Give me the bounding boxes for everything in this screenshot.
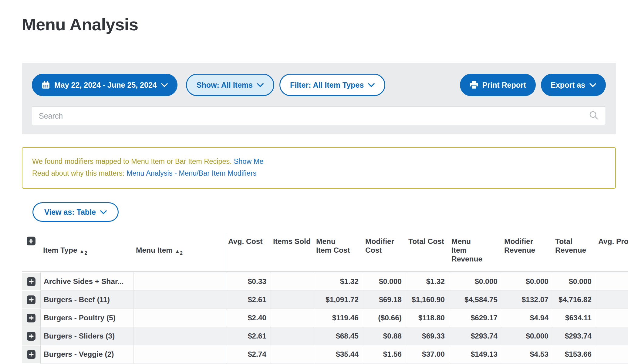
cell-total-revenue: $153.66 — [553, 345, 596, 363]
cell-menu-item — [133, 272, 226, 290]
sort-asc-icon: ▲2 — [80, 248, 87, 254]
cell-modifier-cost: $0.88 — [363, 327, 406, 345]
view-as-button[interactable]: View as: Table — [32, 202, 119, 222]
cell-menu-item-revenue: $293.74 — [449, 327, 502, 345]
row-expand-cell — [22, 290, 41, 308]
cell-total-revenue: $4,716.82 — [553, 290, 596, 308]
cell-menu-item — [133, 345, 226, 363]
cell-avg-pro — [596, 308, 628, 327]
modifiers-article-link[interactable]: Menu Analysis - Menu/Bar Item Modifiers — [127, 169, 256, 177]
cell-total-cost: $1.32 — [406, 272, 449, 290]
cell-total-cost: $118.80 — [406, 308, 449, 327]
search-bar — [32, 106, 606, 125]
cell-menu-item-cost: $35.44 — [314, 345, 363, 363]
cell-total-revenue: $634.11 — [553, 308, 596, 327]
expand-all-button[interactable] — [27, 237, 35, 245]
expand-row-button[interactable] — [27, 332, 35, 341]
column-header-avg-cost[interactable]: Avg. Cost — [226, 234, 271, 271]
cell-total-revenue: $293.74 — [553, 327, 596, 345]
export-as-label: Export as — [551, 81, 585, 89]
cell-menu-item-cost: $1.32 — [314, 272, 363, 290]
show-items-filter-button[interactable]: Show: All Items — [186, 74, 274, 96]
expand-row-button[interactable] — [27, 350, 35, 359]
cell-menu-item-cost: $68.45 — [314, 327, 363, 345]
view-as-label: View as: Table — [44, 208, 96, 217]
calendar-icon — [42, 81, 50, 89]
cell-total-cost: $1,160.90 — [406, 290, 449, 308]
row-expand-cell — [22, 272, 41, 290]
column-header-avg-pro[interactable]: Avg. Pro — [596, 234, 628, 271]
column-header-total-revenue[interactable]: Total Revenue — [553, 234, 596, 271]
table-row: Archive Sides + Shar...$0.33$1.32$0.000$… — [22, 272, 628, 290]
page-title: Menu Analysis — [22, 15, 138, 34]
table-row: Burgers - Sliders (3)$2.61$68.45$0.88$69… — [22, 327, 628, 345]
date-range-button[interactable]: May 22, 2024 - June 25, 2024 — [32, 74, 177, 96]
cell-items-sold — [271, 308, 314, 327]
cell-avg-cost: $0.33 — [226, 272, 271, 290]
column-header-total-cost[interactable]: Total Cost — [406, 234, 449, 271]
cell-modifier-revenue: $0.000 — [502, 272, 553, 290]
cell-menu-item-revenue: $0.000 — [449, 272, 502, 290]
cell-menu-item-cost: $1,091.72 — [314, 290, 363, 308]
cell-item-type: Burgers - Beef (11) — [41, 290, 133, 308]
column-header-modifier-cost[interactable]: Modifier Cost — [363, 234, 406, 271]
chevron-down-icon — [257, 83, 264, 87]
menu-analysis-page: Menu Analysis — [0, 0, 628, 364]
table-row: Burgers - Poultry (5)$2.40$119.46($0.66)… — [22, 308, 628, 327]
cell-modifier-revenue: $132.07 — [502, 290, 553, 308]
column-header-items-sold[interactable]: Items Sold — [271, 234, 314, 271]
cell-total-revenue: $0.000 — [553, 272, 596, 290]
cell-modifier-revenue: $0.000 — [502, 327, 553, 345]
cell-items-sold — [271, 272, 314, 290]
cell-items-sold — [271, 290, 314, 308]
cell-avg-pro — [596, 290, 628, 308]
expand-row-button[interactable] — [27, 295, 35, 304]
column-header-modifier-revenue[interactable]: Modifier Revenue — [502, 234, 553, 271]
column-header-menu-item-cost[interactable]: Menu Item Cost — [314, 234, 363, 271]
cell-avg-pro — [596, 327, 628, 345]
date-range-label: May 22, 2024 - June 25, 2024 — [54, 81, 157, 89]
show-me-link[interactable]: Show Me — [234, 157, 263, 165]
cell-avg-cost: $2.61 — [226, 327, 271, 345]
expand-row-button[interactable] — [27, 314, 35, 322]
menu-analysis-table: Item Type▲2 Menu Item▲2 Avg. Cost Items … — [22, 234, 628, 364]
cell-menu-item — [133, 308, 226, 327]
toolbar-button-row: May 22, 2024 - June 25, 2024 Show: All I… — [32, 74, 606, 96]
alert-line-1-text: We found modifiers mapped to Menu Item o… — [32, 157, 232, 165]
search-input[interactable] — [32, 106, 606, 125]
header-expand-cell — [22, 234, 41, 271]
cell-item-type: Burgers - Poultry (5) — [41, 308, 133, 327]
cell-menu-item-revenue: $149.13 — [449, 345, 502, 363]
item-type-filter-label: Filter: All Item Types — [290, 81, 364, 89]
frozen-column-divider — [226, 234, 226, 272]
column-header-item-type[interactable]: Item Type▲2 — [41, 234, 133, 271]
row-expand-cell — [22, 345, 41, 363]
expand-row-button[interactable] — [27, 277, 35, 286]
table-row: Burgers - Veggie (2)$2.74$35.44$1.56$37.… — [22, 345, 628, 363]
cell-modifier-cost: $1.56 — [363, 345, 406, 363]
show-items-label: Show: All Items — [197, 81, 253, 89]
print-report-label: Print Report — [482, 81, 526, 89]
cell-modifier-revenue: $4.53 — [502, 345, 553, 363]
item-type-filter-button[interactable]: Filter: All Item Types — [279, 74, 385, 96]
cell-item-type: Burgers - Veggie (2) — [41, 345, 133, 363]
alert-line-2-text: Read about why this matters: — [32, 169, 124, 177]
print-report-button[interactable]: Print Report — [460, 74, 536, 96]
cell-menu-item-revenue: $4,584.75 — [449, 290, 502, 308]
chevron-down-icon — [368, 83, 375, 87]
chevron-down-icon — [589, 83, 596, 87]
cell-menu-item-revenue: $629.17 — [449, 308, 502, 327]
search-icon — [589, 110, 599, 121]
column-header-menu-item[interactable]: Menu Item▲2 — [133, 234, 226, 271]
column-header-menu-item-revenue[interactable]: Menu Item Revenue — [449, 234, 502, 271]
cell-item-type: Burgers - Sliders (3) — [41, 327, 133, 345]
alert-line-1: We found modifiers mapped to Menu Item o… — [32, 156, 615, 167]
cell-menu-item — [133, 327, 226, 345]
export-as-button[interactable]: Export as — [541, 74, 606, 96]
item-type-header-label: Item Type — [43, 246, 77, 254]
cell-modifier-cost: $0.000 — [363, 272, 406, 290]
row-expand-cell — [22, 308, 41, 327]
menu-item-header-label: Menu Item — [136, 246, 173, 254]
cell-avg-cost: $2.74 — [226, 345, 271, 363]
row-expand-cell — [22, 327, 41, 345]
